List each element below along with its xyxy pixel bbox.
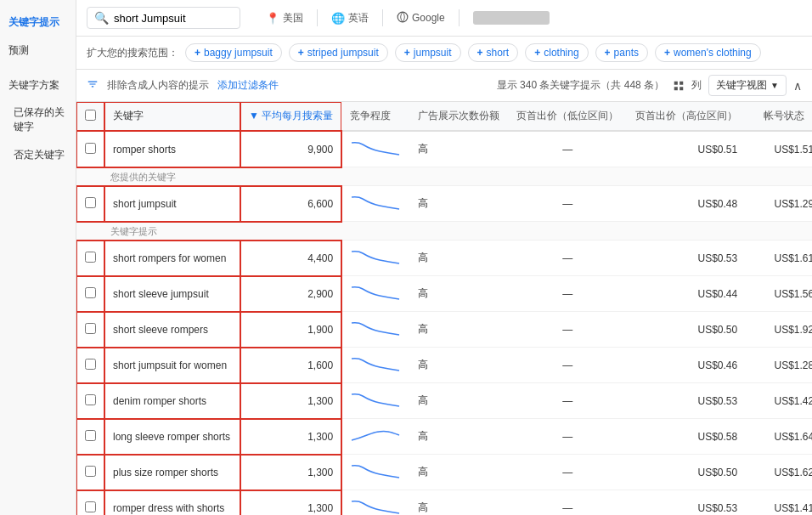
table-row: denim romper shorts1,300高—US$0.53US$1.42 <box>76 383 812 419</box>
col-header-impressions: 广告展示次数份额 <box>409 102 508 131</box>
row-checkbox-cell <box>76 131 104 167</box>
row-checkbox[interactable] <box>85 394 96 405</box>
trend-cell <box>341 312 409 348</box>
impressions-cell: — <box>508 490 627 516</box>
expand-tag-3[interactable]: +short <box>468 43 519 62</box>
language-icon: 🌐 <box>331 12 345 25</box>
expand-tag-5[interactable]: +pants <box>595 43 648 62</box>
bid-high-cell: US$1.41 <box>746 490 812 516</box>
competition-cell: 高 <box>409 490 508 516</box>
competition-cell: 高 <box>409 383 508 419</box>
bid-high-cell: US$1.56 <box>746 276 812 312</box>
volume-cell: 6,600 <box>240 186 341 222</box>
trend-cell <box>341 186 409 222</box>
sidebar-item-keywords-suggestions[interactable]: 关键字提示 <box>0 8 76 37</box>
row-checkbox[interactable] <box>85 323 96 334</box>
collapse-button[interactable]: ∧ <box>793 79 802 93</box>
trend-cell <box>341 131 409 167</box>
col-header-volume[interactable]: ▼ 平均每月搜索量 <box>240 102 341 131</box>
expand-tag-6[interactable]: +women's clothing <box>655 43 761 62</box>
sidebar-item-rejected-keywords[interactable]: 否定关键字 <box>0 141 76 169</box>
trend-cell <box>341 241 409 276</box>
search-icon: 🔍 <box>94 11 109 25</box>
table-row: romper dress with shorts1,300高—US$0.53US… <box>76 490 812 516</box>
impressions-cell: — <box>508 241 627 276</box>
source-item: Google <box>397 11 445 25</box>
competition-cell: 高 <box>409 276 508 312</box>
row-checkbox[interactable] <box>85 466 96 477</box>
count-text: 显示 340 条关键字提示（共 448 条） <box>497 78 664 93</box>
row-checkbox[interactable] <box>85 359 96 370</box>
topbar: 🔍 📍 美国 🌐 英语 Google <box>76 0 812 37</box>
bid-low-cell: US$0.50 <box>627 312 746 348</box>
row-checkbox[interactable] <box>85 501 96 512</box>
bid-low-cell: US$0.46 <box>627 348 746 383</box>
select-all-checkbox[interactable] <box>85 110 96 121</box>
impressions-cell: — <box>508 312 627 348</box>
bid-high-cell: US$1.42 <box>746 383 812 419</box>
bid-high-cell: US$1.51 <box>746 131 812 167</box>
row-checkbox[interactable] <box>85 143 96 154</box>
bid-low-cell: US$0.58 <box>627 419 746 455</box>
bid-high-cell: US$1.92 <box>746 312 812 348</box>
keyword-cell: short sleeve rompers <box>104 312 240 348</box>
row-checkbox-cell <box>76 455 104 490</box>
expand-tag-0[interactable]: +baggy jumpsuit <box>185 43 282 62</box>
expand-tag-1[interactable]: +striped jumpsuit <box>289 43 388 62</box>
bid-low-cell: US$0.53 <box>627 383 746 419</box>
competition-cell: 高 <box>409 455 508 490</box>
expand-row: 扩大您的搜索范围： +baggy jumpsuit +striped jumps… <box>76 37 812 70</box>
row-checkbox[interactable] <box>85 252 96 263</box>
sidebar-item-keywords-plan[interactable]: 关键字方案 <box>0 71 76 99</box>
impressions-cell: — <box>508 455 627 490</box>
filter-text: 排除含成人内容的提示 <box>107 78 209 93</box>
grid-view-button[interactable] <box>673 80 685 92</box>
bid-low-cell: US$0.53 <box>627 241 746 276</box>
trend-cell <box>341 455 409 490</box>
expand-tag-2[interactable]: +jumpsuit <box>395 43 461 62</box>
row-checkbox-cell <box>76 383 104 419</box>
competition-cell: 高 <box>409 419 508 455</box>
bid-low-cell: US$0.48 <box>627 186 746 222</box>
keyword-cell: short jumpsuit for women <box>104 348 240 383</box>
search-box[interactable]: 🔍 <box>87 7 240 29</box>
col-header-checkbox <box>76 102 104 131</box>
keyword-cell: romper shorts <box>104 131 240 167</box>
sidebar-item-predictions[interactable]: 预测 <box>0 37 76 65</box>
divider3 <box>459 9 460 26</box>
table-row: short sleeve jumpsuit2,900高—US$0.44US$1.… <box>76 276 812 312</box>
table-row: romper shorts9,900高—US$0.51US$1.51 <box>76 131 812 167</box>
competition-cell: 高 <box>409 241 508 276</box>
row-checkbox[interactable] <box>85 430 96 441</box>
row-checkbox-cell <box>76 276 104 312</box>
trend-cell <box>341 419 409 455</box>
volume-cell: 2,900 <box>240 276 341 312</box>
row-checkbox-cell <box>76 348 104 383</box>
col-label: 列 <box>691 78 702 93</box>
search-input[interactable] <box>114 12 233 25</box>
volume-cell: 9,900 <box>240 131 341 167</box>
keyword-cell: short rompers for women <box>104 241 240 276</box>
row-checkbox[interactable] <box>85 287 96 298</box>
keyword-cell: long sleeve romper shorts <box>104 419 240 455</box>
volume-cell: 1,300 <box>240 490 341 516</box>
competition-cell: 高 <box>409 312 508 348</box>
trend-cell <box>341 383 409 419</box>
volume-cell: 1,600 <box>240 348 341 383</box>
bid-high-cell: US$1.29 <box>746 186 812 222</box>
keyword-view-button[interactable]: 关键字视图 ▼ <box>708 75 787 96</box>
keyword-cell: short jumpsuit <box>104 186 240 222</box>
volume-cell: 1,300 <box>240 419 341 455</box>
table-row: short rompers for women4,400高—US$0.53US$… <box>76 241 812 276</box>
expand-tag-4[interactable]: +clothing <box>525 43 588 62</box>
row-checkbox-cell <box>76 312 104 348</box>
keyword-cell: denim romper shorts <box>104 383 240 419</box>
row-checkbox[interactable] <box>85 197 96 208</box>
source-icon <box>397 11 409 25</box>
sidebar-item-saved-keywords[interactable]: 已保存的关键字 <box>0 99 76 141</box>
location-icon: 📍 <box>266 12 279 25</box>
table-wrapper: 关键字 ▼ 平均每月搜索量 竞争程度 广告展示次数份额 页首出价（低位区间） 页… <box>76 102 812 515</box>
add-filter-button[interactable]: 添加过滤条件 <box>217 78 279 93</box>
svg-point-0 <box>398 12 408 22</box>
row-checkbox-cell <box>76 419 104 455</box>
